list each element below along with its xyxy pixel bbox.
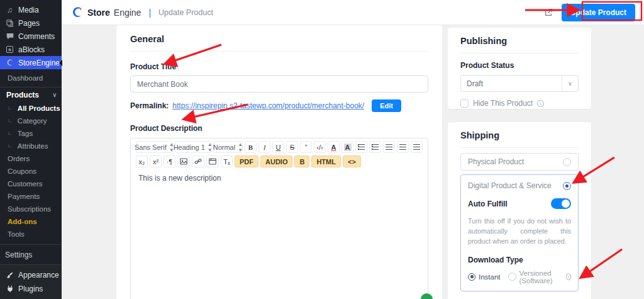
sidebar-item-comments[interactable]: Comments: [0, 30, 62, 43]
sidebar-item-coupons[interactable]: Coupons: [0, 165, 62, 178]
info-icon: i: [566, 273, 571, 280]
preview-external-link-icon[interactable]: [544, 8, 553, 17]
heading-select[interactable]: Heading 1▲▼: [175, 141, 211, 153]
sidebar-item-dashboard[interactable]: Dashboard: [0, 72, 62, 84]
appearance-icon: [5, 271, 14, 279]
brand-light-text: Engine: [114, 8, 142, 18]
text-color-icon[interactable]: A: [328, 141, 340, 153]
permalink-edit-button[interactable]: Edit: [372, 99, 401, 112]
sidebar-item-customers[interactable]: Customers: [0, 178, 62, 190]
link-icon[interactable]: [192, 155, 204, 167]
sidebar-item-pages[interactable]: Pages: [0, 16, 62, 30]
tree-branch-icon: ∟: [8, 105, 13, 111]
video-icon[interactable]: [206, 155, 219, 167]
product-description-label: Product Description: [130, 124, 428, 133]
sidebar-item-products[interactable]: Products∨: [0, 87, 62, 102]
clear-format-icon[interactable]: Tₓ: [221, 155, 233, 167]
update-product-button[interactable]: Update Product: [562, 4, 635, 21]
html-button[interactable]: HTML: [311, 155, 341, 167]
shipping-panel: Shipping Physical Product Digital Produc…: [448, 122, 591, 299]
auto-fulfill-toggle[interactable]: [551, 198, 571, 209]
download-type-instant-option[interactable]: Instant: [468, 273, 501, 281]
underline-icon[interactable]: U: [272, 141, 284, 153]
sidebar-item-plugins[interactable]: Plugins: [0, 282, 62, 296]
sidebar-item-tools[interactable]: Tools: [0, 228, 62, 240]
divider: [460, 53, 579, 54]
storeengine-submenu: DashboardProducts∨∟All Products∟Category…: [0, 69, 62, 244]
product-status-label: Product Status: [460, 61, 579, 70]
tree-branch-icon: ∟: [8, 130, 13, 136]
hide-product-label: Hide This Product: [473, 99, 533, 108]
versioned-radio[interactable]: [508, 273, 516, 281]
general-panel: General Product Title Permalink: https:/…: [116, 25, 442, 299]
shipping-heading: Shipping: [460, 130, 579, 140]
highlight-icon[interactable]: A: [341, 141, 353, 153]
chevron-down-icon: ∨: [52, 92, 57, 98]
sidebar-item-subscriptions[interactable]: Subscriptions: [0, 203, 62, 215]
tree-branch-icon: ∟: [8, 118, 13, 123]
sidebar-item-all-products[interactable]: ∟All Products: [0, 102, 62, 115]
font-select[interactable]: Sans Serif▲▼: [136, 141, 173, 153]
auto-fulfill-label: Auto Fulfill: [468, 200, 508, 208]
image-icon[interactable]: [177, 155, 190, 167]
permalink-link[interactable]: https://inspirepin.s2-tastewp.com/produc…: [172, 101, 364, 110]
topbar-divider: |: [148, 8, 151, 18]
digital-product-box: Digital Product & Service Auto Fulfill T…: [460, 174, 579, 291]
sidebar-item-ablocks[interactable]: aaBlocks: [0, 43, 62, 56]
storeengine-logo-icon: [70, 6, 84, 19]
sidebar-item-payments[interactable]: Payments: [0, 190, 62, 203]
outdent-icon[interactable]: [383, 141, 395, 153]
tree-branch-icon: ∟: [8, 143, 13, 149]
bold-shortcode-button[interactable]: B: [294, 155, 309, 167]
auto-fulfill-help-text: Turn this off if you do not wish to auto…: [468, 216, 571, 247]
sidebar-bottom-menu: AppearancePlugins: [0, 264, 62, 299]
description-editor: Sans Serif▲▼Heading 1▲▼Normal▲▼BIUS”‹/›A…: [130, 138, 428, 299]
size-select[interactable]: Normal▲▼: [213, 141, 243, 153]
indent-icon[interactable]: [397, 141, 409, 153]
versioned-label: Versioned (Software): [519, 269, 564, 285]
sidebar-item-tags[interactable]: ∟Tags: [0, 127, 62, 140]
physical-product-option[interactable]: Physical Product: [460, 153, 579, 171]
hide-product-checkbox[interactable]: [460, 99, 469, 108]
sidebar-item-add-ons[interactable]: Add-ons: [0, 215, 62, 228]
description-editor-body[interactable]: This is a new description: [131, 167, 428, 189]
publishing-heading: Publishing: [460, 36, 579, 46]
blockquote-icon[interactable]: ”: [300, 141, 312, 153]
product-title-input[interactable]: [130, 76, 428, 93]
audio-button[interactable]: AUDIO: [260, 155, 292, 167]
sidebar-item-appearance[interactable]: Appearance: [0, 268, 62, 282]
bold-icon[interactable]: B: [245, 141, 257, 153]
sidebar-item-attributes[interactable]: ∟Attributes: [0, 140, 62, 152]
product-status-value: Draft: [467, 79, 483, 88]
italic-icon[interactable]: I: [258, 141, 270, 153]
direction-icon[interactable]: ·¶: [164, 155, 175, 167]
sidebar-item-category[interactable]: ∟Category: [0, 115, 62, 127]
product-status-select[interactable]: Draft ∨: [460, 75, 579, 92]
digital-product-option[interactable]: Digital Product & Service: [468, 181, 571, 190]
ordered-list-icon[interactable]: [355, 141, 367, 153]
product-title-label: Product Title: [130, 62, 428, 71]
wp-admin-sidebar: ♫MediaPagesCommentsaaBlocksStoreEngine D…: [0, 0, 62, 299]
page-title: Update Product: [158, 8, 213, 17]
digital-product-radio[interactable]: [563, 182, 571, 190]
code-shortcode-button[interactable]: <>: [343, 155, 361, 167]
align-icon[interactable]: [411, 141, 423, 153]
sidebar-item-settings[interactable]: Settings: [0, 249, 62, 261]
superscript-icon[interactable]: x²: [150, 155, 162, 167]
sidebar-item-orders[interactable]: Orders: [0, 152, 62, 165]
digital-product-label: Digital Product & Service: [468, 181, 552, 190]
code-icon[interactable]: ‹/›: [314, 141, 326, 153]
strikethrough-icon[interactable]: S: [286, 141, 298, 153]
subscript-icon[interactable]: x₂: [136, 155, 148, 167]
physical-product-radio[interactable]: [563, 158, 571, 166]
instant-label: Instant: [479, 273, 501, 281]
publishing-panel: Publishing Product Status Draft ∨ Hide T…: [448, 28, 591, 109]
instant-radio[interactable]: [468, 273, 475, 281]
pdf-button[interactable]: PDF: [235, 155, 258, 167]
sidebar-item-media[interactable]: ♫Media: [0, 3, 62, 16]
sidebar-item-storeengine[interactable]: StoreEngine: [0, 56, 62, 69]
permalink-label: Permalink:: [130, 101, 169, 110]
download-type-versioned-option[interactable]: Versioned (Software) i: [508, 269, 571, 285]
editor-toolbar-row1: Sans Serif▲▼Heading 1▲▼Normal▲▼BIUS”‹/›A…: [131, 138, 428, 153]
bullet-list-icon[interactable]: [369, 141, 381, 153]
